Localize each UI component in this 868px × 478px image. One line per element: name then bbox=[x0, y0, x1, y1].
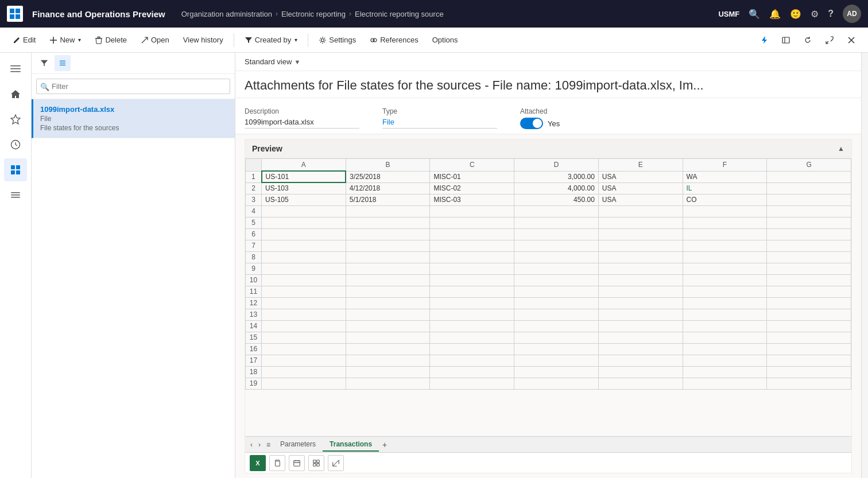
user-avatar[interactable]: AD bbox=[843, 5, 861, 23]
cell-3a[interactable]: US-105 bbox=[262, 194, 346, 205]
svg-rect-9 bbox=[10, 65, 21, 67]
sidebar-item-recent[interactable] bbox=[4, 133, 27, 156]
cell-2a[interactable]: US-103 bbox=[262, 182, 346, 194]
cell-3c[interactable]: MISC-03 bbox=[430, 194, 514, 205]
col-header-g[interactable]: G bbox=[767, 159, 851, 172]
edit-button[interactable]: Edit bbox=[7, 32, 41, 48]
toolbar-icon-sidebar[interactable] bbox=[776, 33, 796, 48]
col-header-d[interactable]: D bbox=[514, 159, 599, 172]
toolbar-icon-expand[interactable] bbox=[820, 33, 839, 48]
cell-3e[interactable]: USA bbox=[598, 194, 683, 205]
toolbar-sep-1 bbox=[234, 33, 234, 47]
preview-header[interactable]: Preview ▲ bbox=[245, 139, 852, 158]
standard-view-label[interactable]: Standard view bbox=[245, 57, 292, 66]
cell-1c[interactable]: MISC-01 bbox=[430, 171, 514, 182]
settings-icon[interactable]: ⚙ bbox=[811, 9, 819, 20]
sidebar-item-favorites[interactable] bbox=[4, 108, 27, 131]
tab-nav-menu[interactable]: ≡ bbox=[264, 439, 273, 450]
cell-2c[interactable]: MISC-02 bbox=[430, 182, 514, 194]
tab-nav-prev[interactable]: ‹ bbox=[247, 439, 255, 450]
col-header-b[interactable]: B bbox=[346, 159, 430, 172]
bolt-icon bbox=[760, 36, 768, 44]
preview-title: Preview bbox=[252, 144, 282, 153]
filter-input[interactable] bbox=[36, 79, 230, 94]
cell-3b[interactable]: 5/1/2018 bbox=[346, 194, 430, 205]
toggle-switch[interactable] bbox=[520, 118, 543, 129]
close-button[interactable] bbox=[842, 33, 861, 48]
toolbar-icon-bolt[interactable] bbox=[754, 33, 774, 48]
breadcrumb-electronic-reporting[interactable]: Electronic reporting bbox=[281, 10, 346, 18]
cell-3f[interactable]: CO bbox=[683, 194, 767, 205]
excel-icon: X bbox=[250, 455, 266, 471]
table-row: 6 bbox=[246, 228, 851, 240]
open-button[interactable]: Open bbox=[135, 32, 175, 48]
app-logo[interactable] bbox=[7, 6, 23, 22]
svg-rect-18 bbox=[11, 192, 20, 193]
attached-toggle: Yes bbox=[520, 118, 635, 129]
toolbar-icon-refresh[interactable] bbox=[798, 33, 817, 48]
col-header-f[interactable]: F bbox=[683, 159, 767, 172]
created-by-button[interactable]: Created by bbox=[239, 32, 304, 48]
view-history-button[interactable]: View history bbox=[177, 32, 229, 48]
cell-1f[interactable]: WA bbox=[683, 171, 767, 182]
type-value: File bbox=[382, 118, 497, 129]
options-button[interactable]: Options bbox=[427, 32, 464, 48]
cell-2b[interactable]: 4/12/2018 bbox=[346, 182, 430, 194]
cell-1e[interactable]: USA bbox=[598, 171, 683, 182]
cell-3g[interactable] bbox=[767, 194, 851, 205]
smiley-icon[interactable]: 🙂 bbox=[790, 9, 801, 20]
tab-nav-next[interactable]: › bbox=[255, 439, 264, 450]
col-header-e[interactable]: E bbox=[598, 159, 683, 172]
cell-2g[interactable] bbox=[767, 182, 851, 194]
excel-action-4[interactable] bbox=[328, 455, 344, 471]
cell-3d[interactable]: 450.00 bbox=[514, 194, 599, 205]
cell-1b[interactable]: 3/25/2018 bbox=[346, 171, 430, 182]
tab-parameters[interactable]: Parameters bbox=[273, 438, 323, 452]
tab-transactions[interactable]: Transactions bbox=[323, 438, 379, 452]
bell-icon[interactable]: 🔔 bbox=[769, 9, 781, 20]
sidebar-item-grid[interactable] bbox=[4, 158, 27, 181]
excel-action-3[interactable] bbox=[308, 455, 324, 471]
references-button[interactable]: References bbox=[364, 32, 424, 48]
table-row: 13 bbox=[246, 309, 851, 320]
right-scrollbar[interactable] bbox=[861, 53, 868, 478]
table-row: 7 bbox=[246, 240, 851, 251]
list-filter-icon[interactable] bbox=[36, 55, 52, 71]
filter-search-icon: 🔍 bbox=[40, 82, 49, 91]
cell-2d[interactable]: 4,000.00 bbox=[514, 182, 599, 194]
excel-action-1[interactable] bbox=[269, 455, 285, 471]
svg-rect-20 bbox=[11, 197, 20, 198]
description-value: 1099import-data.xlsx bbox=[245, 118, 359, 129]
spreadsheet-tabs-bar: ‹ › ≡ Parameters Transactions + bbox=[245, 436, 851, 452]
cell-1a[interactable]: US-101 bbox=[262, 171, 346, 182]
tab-add-button[interactable]: + bbox=[379, 438, 390, 451]
list-item[interactable]: 1099import-data.xlsx File File states fo… bbox=[32, 99, 235, 138]
excel-action-copy-icon bbox=[273, 459, 281, 467]
delete-button[interactable]: Delete bbox=[89, 32, 133, 48]
excel-action-2[interactable] bbox=[289, 455, 305, 471]
sidebar-item-home[interactable] bbox=[4, 83, 27, 106]
breadcrumb-org-admin[interactable]: Organization administration bbox=[181, 10, 272, 18]
list-panel-toolbar bbox=[32, 53, 235, 74]
help-icon[interactable]: ? bbox=[828, 9, 834, 19]
search-icon[interactable]: 🔍 bbox=[749, 9, 760, 20]
excel-action-open-icon bbox=[293, 459, 301, 467]
col-header-c[interactable]: C bbox=[430, 159, 514, 172]
hamburger-icon bbox=[10, 64, 21, 74]
cell-2f[interactable]: IL bbox=[683, 182, 767, 194]
col-header-a[interactable]: A bbox=[262, 159, 346, 172]
list-lines-icon[interactable] bbox=[55, 55, 71, 71]
sidebar-hamburger[interactable] bbox=[4, 57, 27, 80]
cell-1g[interactable] bbox=[767, 171, 851, 182]
breadcrumb-electronic-source[interactable]: Electronic reporting source bbox=[355, 10, 444, 18]
app-title: Finance and Operations Preview bbox=[32, 9, 165, 19]
settings-button[interactable]: Settings bbox=[313, 32, 362, 48]
new-button[interactable]: New bbox=[44, 32, 87, 48]
standard-view-bar: Standard view ▼ bbox=[235, 53, 861, 71]
sidebar-item-list[interactable] bbox=[4, 184, 27, 207]
table-row: 19 bbox=[246, 378, 851, 389]
svg-rect-7 bbox=[782, 37, 789, 43]
cell-2e[interactable]: USA bbox=[598, 182, 683, 194]
svg-rect-10 bbox=[10, 68, 21, 69]
cell-1d[interactable]: 3,000.00 bbox=[514, 171, 599, 182]
